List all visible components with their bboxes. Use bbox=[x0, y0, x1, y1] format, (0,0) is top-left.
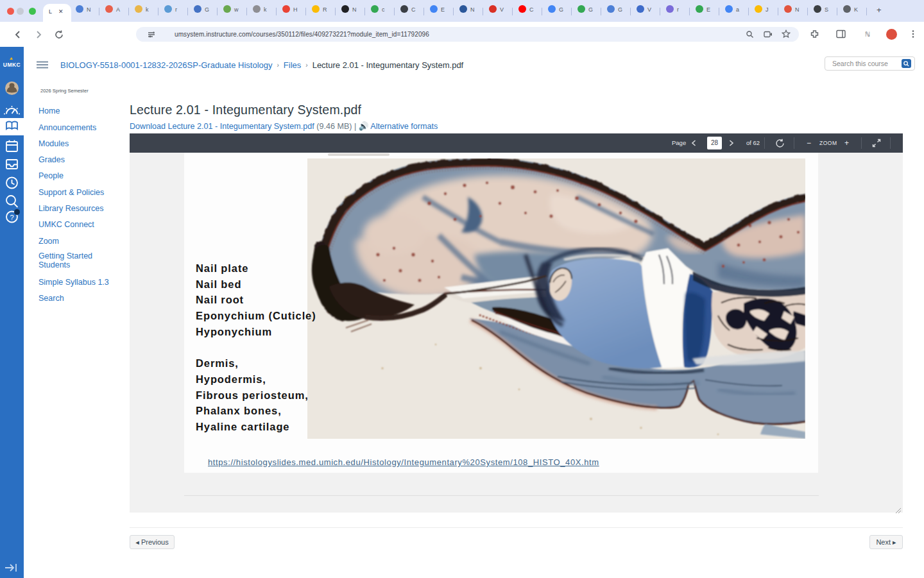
svg-text:?: ? bbox=[10, 214, 13, 221]
svg-text:UMKC: UMKC bbox=[3, 62, 21, 68]
